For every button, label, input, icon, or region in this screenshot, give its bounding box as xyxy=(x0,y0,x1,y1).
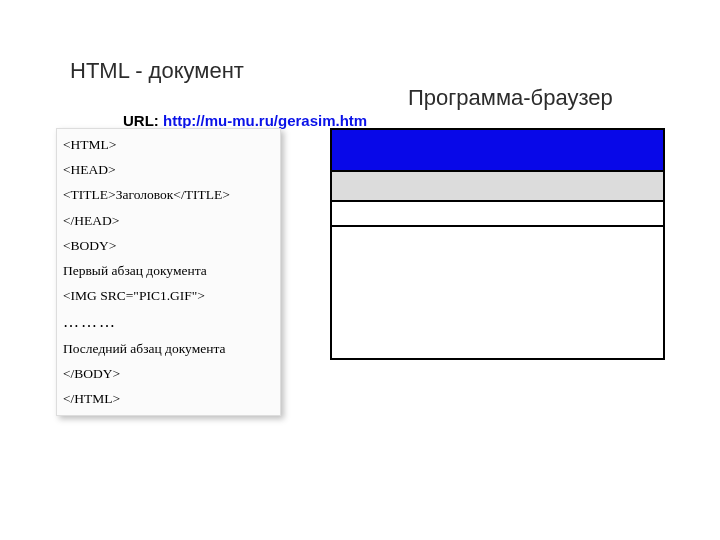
code-line: <TITLE>Заголовок</TITLE> xyxy=(63,187,274,203)
browser-content-area xyxy=(332,227,663,358)
code-line: </HEAD> xyxy=(63,213,274,229)
heading-html-document: HTML - документ xyxy=(70,58,244,84)
code-line: <BODY> xyxy=(63,238,274,254)
code-line: </HTML> xyxy=(63,391,274,407)
code-line: Последний абзац документа xyxy=(63,341,274,357)
browser-title-bar xyxy=(332,130,663,172)
browser-window xyxy=(330,128,665,360)
code-line: </BODY> xyxy=(63,366,274,382)
html-source-panel: <HTML> <HEAD> <TITLE>Заголовок</TITLE> <… xyxy=(56,128,281,416)
url-line: URL: http://mu-mu.ru/gerasim.htm xyxy=(123,112,367,129)
url-label: URL: xyxy=(123,112,159,129)
code-line: <IMG SRC="PIC1.GIF"> xyxy=(63,288,274,304)
code-ellipsis: ……… xyxy=(63,313,274,331)
code-line: <HEAD> xyxy=(63,162,274,178)
code-line: <HTML> xyxy=(63,137,274,153)
url-value: http://mu-mu.ru/gerasim.htm xyxy=(163,112,367,129)
browser-toolbar xyxy=(332,202,663,227)
browser-menu-bar xyxy=(332,172,663,202)
code-line: Первый абзац документа xyxy=(63,263,274,279)
heading-browser: Программа-браузер xyxy=(408,85,613,111)
